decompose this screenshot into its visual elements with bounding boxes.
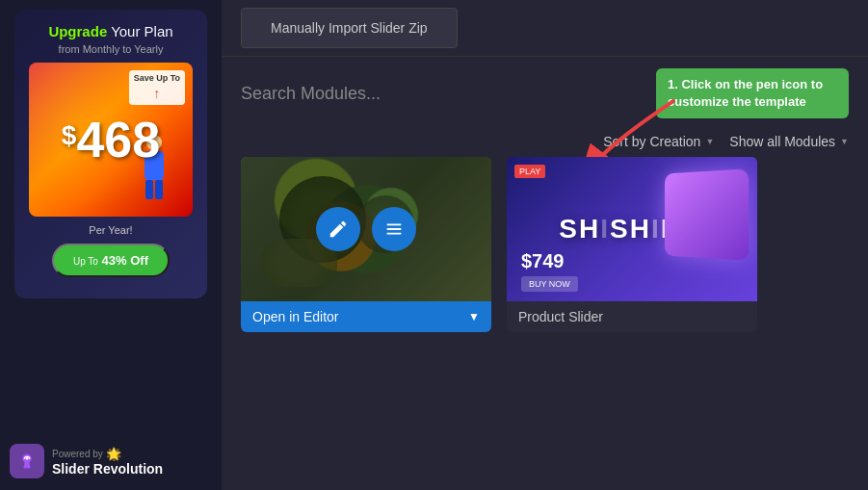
- upgrade-highlight: Upgrade: [48, 23, 107, 39]
- sr-branding: Powered by 🌟 Slider Revolution: [52, 447, 163, 477]
- slider-thumb-2: PLAY SHISHIDO $749 BUY NOW: [507, 157, 757, 301]
- sidebar-footer: Powered by 🌟 Slider Revolution: [10, 444, 163, 478]
- discount-badge-button[interactable]: Up To 43% Off: [52, 244, 170, 277]
- slider-card-1[interactable]: Open in Editor ▼: [241, 157, 491, 332]
- app-name: Slider Revolution: [52, 461, 163, 477]
- slider-card-2[interactable]: PLAY SHISHIDO $749 BUY NOW Product Slide…: [507, 157, 757, 332]
- price-tag: $749: [521, 250, 565, 272]
- sliders-grid: Open in Editor ▼ PLAY SHISHIDO $749 BUY …: [222, 157, 868, 342]
- card-overlay-1: [241, 157, 491, 301]
- import-row: Manually Import Slider Zip: [222, 0, 868, 57]
- pen-icon: [328, 219, 349, 240]
- customize-tooltip: 1. Click on the pen icon to customize th…: [656, 68, 849, 118]
- sr-logo-icon: [10, 444, 44, 478]
- edit-pen-icon-button[interactable]: [316, 207, 360, 251]
- upgrade-title: Upgrade Your Plan: [26, 21, 196, 41]
- sort-by-creation-button[interactable]: Sort by Creation: [603, 134, 714, 149]
- upgrade-subtitle: from Monthly to Yearly: [26, 43, 196, 55]
- open-in-editor-arrow: ▼: [468, 310, 480, 323]
- buy-now-sim: BUY NOW: [521, 276, 578, 292]
- product-slider-label: Product Slider: [518, 309, 603, 324]
- sr-logo-svg: [16, 451, 38, 472]
- show-all-modules-button[interactable]: Show all Modules: [729, 134, 849, 149]
- per-year-label: Per Year!: [26, 224, 196, 236]
- save-badge: Save Up To ↑: [129, 70, 185, 105]
- upgrade-title-rest: Your Plan: [111, 23, 173, 39]
- upgrade-banner: Upgrade Your Plan from Monthly to Yearly…: [14, 10, 207, 298]
- filter-row: Sort by Creation Show all Modules: [222, 130, 868, 157]
- slider-thumb-1: [241, 157, 491, 301]
- price-text: $468: [62, 115, 160, 165]
- slider-card-2-footer[interactable]: Product Slider: [507, 301, 757, 332]
- slider-card-1-footer[interactable]: Open in Editor ▼: [241, 301, 491, 332]
- main-content: Manually Import Slider Zip Search Module…: [222, 0, 868, 490]
- powered-by-label: Powered by 🌟: [52, 447, 163, 461]
- search-modules-input[interactable]: Search Modules...: [241, 84, 637, 104]
- layers-icon: [383, 219, 405, 240]
- open-in-editor-label: Open in Editor: [252, 309, 339, 324]
- search-controls-row: Search Modules... 1. Click on the pen ic…: [222, 57, 868, 130]
- banner-graphic: Save Up To ↑ $468: [29, 63, 193, 217]
- svg-point-0: [26, 457, 29, 460]
- play-tag: PLAY: [514, 165, 545, 178]
- product-3d-visual: [665, 169, 749, 262]
- layers-icon-button[interactable]: [372, 207, 416, 251]
- sidebar: Upgrade Your Plan from Monthly to Yearly…: [0, 0, 222, 490]
- import-slider-zip-button[interactable]: Manually Import Slider Zip: [241, 8, 458, 48]
